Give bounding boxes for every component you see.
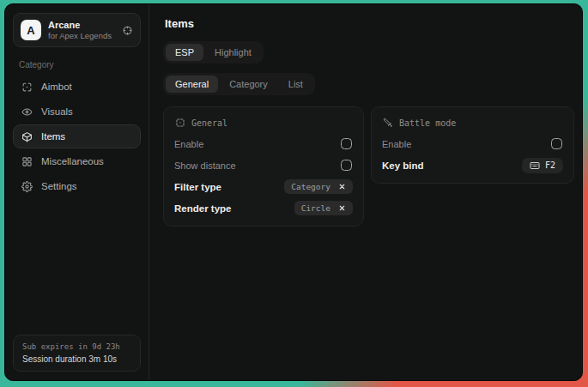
tab-highlight[interactable]: Highlight [205, 44, 261, 61]
battle-panel-header: Battle mode [383, 118, 563, 128]
sidebar-item-label: Visuals [41, 106, 73, 117]
enable-row: Enable [174, 133, 353, 154]
sword-icon [383, 118, 393, 128]
sidebar-item-miscellaneous[interactable]: Miscellaneous [13, 149, 141, 173]
filter-type-value: Category [291, 182, 330, 191]
sidebar-item-items[interactable]: Items [13, 124, 141, 148]
render-type-select[interactable]: Circle [294, 201, 353, 215]
desktop-background: A Arcane for Apex Legends Category [0, 0, 588, 387]
filter-type-label: Filter type [174, 182, 221, 192]
view-tab-group: General Category List [163, 73, 315, 95]
sidebar-item-settings[interactable]: Settings [13, 174, 141, 198]
show-distance-label: Show distance [174, 160, 236, 171]
render-type-value: Circle [301, 203, 330, 213]
show-distance-row: Show distance [174, 154, 353, 176]
main-content: Items ESP Highlight General Category Lis… [149, 4, 583, 380]
tab-category[interactable]: Category [220, 76, 277, 93]
keyboard-icon [530, 160, 540, 171]
general-panel-header: General [175, 118, 353, 128]
sidebar-item-label: Items [41, 131, 65, 142]
subscription-card: Sub expires in 9d 23h Session duration 3… [13, 335, 141, 372]
battle-enable-label: Enable [382, 139, 411, 149]
tab-general[interactable]: General [166, 76, 218, 93]
enable-label: Enable [174, 139, 203, 149]
gear-icon [21, 181, 33, 192]
panel-title: Battle mode [399, 118, 456, 128]
page-title: Items [165, 17, 574, 30]
tab-esp[interactable]: ESP [166, 44, 203, 61]
sidebar: A Arcane for Apex Legends Category [5, 4, 149, 380]
target-icon[interactable] [122, 25, 133, 36]
sidebar-item-label: Miscellaneous [41, 156, 104, 166]
filter-type-row: Filter type Category [174, 176, 353, 197]
sidebar-item-aimbot[interactable]: Aimbot [13, 75, 141, 99]
render-type-label: Render type [174, 203, 231, 214]
general-panel: General Enable Show distance Filter type… [163, 106, 364, 227]
package-icon [21, 131, 33, 142]
clear-icon[interactable] [338, 204, 346, 212]
sidebar-item-label: Aimbot [41, 82, 72, 92]
filter-type-select[interactable]: Category [284, 179, 353, 194]
key-bind-value: F2 [545, 160, 555, 170]
sidebar-item-visuals[interactable]: Visuals [13, 100, 141, 124]
battle-enable-row: Enable [382, 133, 563, 154]
battle-enable-checkbox[interactable] [551, 138, 562, 149]
show-distance-checkbox[interactable] [341, 160, 352, 171]
enable-checkbox[interactable] [341, 138, 352, 149]
panel-title: General [191, 118, 227, 128]
crosshair-icon [21, 82, 33, 93]
sidebar-section-label: Category [19, 60, 141, 70]
eye-icon [21, 106, 33, 118]
key-bind-label: Key bind [382, 160, 424, 171]
app-title: Arcane [48, 20, 112, 30]
battle-mode-panel: Battle mode Enable Key bind [371, 106, 574, 184]
session-duration-text: Session duration 3m 10s [22, 354, 131, 364]
render-type-row: Render type Circle [174, 197, 353, 219]
tab-list[interactable]: List [279, 76, 312, 93]
sidebar-item-label: Settings [41, 181, 77, 191]
sub-expires-text: Sub expires in 9d 23h [22, 342, 131, 351]
app-meta: Arcane for Apex Legends [48, 20, 112, 40]
app-header-card: A Arcane for Apex Legends [13, 13, 141, 47]
dashed-frame-icon [175, 118, 185, 128]
sidebar-nav: Aimbot Visuals [13, 75, 141, 198]
app-logo: A [21, 20, 41, 40]
key-bind-button[interactable]: F2 [522, 158, 563, 173]
app-subtitle: for Apex Legends [48, 31, 112, 40]
key-bind-row: Key bind F2 [382, 154, 563, 176]
clear-icon[interactable] [338, 183, 346, 190]
mode-tab-group: ESP Highlight [163, 41, 264, 63]
arcane-window: A Arcane for Apex Legends Category [4, 3, 583, 381]
grid-icon [21, 156, 33, 167]
panels-row: General Enable Show distance Filter type… [163, 106, 574, 227]
